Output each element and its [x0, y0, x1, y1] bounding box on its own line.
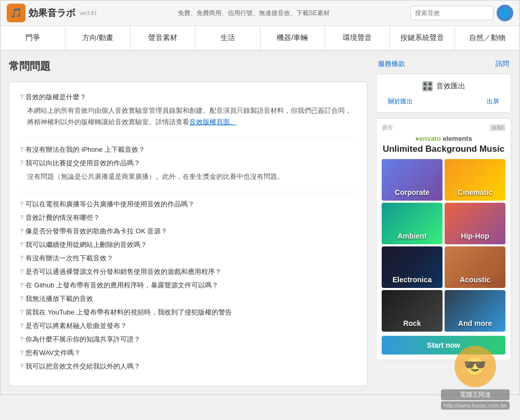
faq-item: 我可以向比賽提交使用音效的作品嗎？沒有問題（無論是公共廣播還是商業廣播）。此外，…	[20, 159, 357, 182]
export-icon: 🎛️	[422, 81, 433, 92]
divider	[20, 192, 357, 192]
ad-badge: ⊗ Ad	[490, 124, 505, 131]
faq-question[interactable]: 我可以繼續使用從網站上刪除的音效嗎？	[20, 240, 357, 250]
inquiry-link[interactable]: 訊問	[496, 59, 509, 69]
search-input[interactable]	[410, 6, 493, 20]
faq-item: 當我在 YouTube 上發布帶有材料的視頻時，我收到了侵犯版權的警告	[20, 308, 357, 317]
music-card-hip-hop[interactable]: Hip-Hop	[445, 203, 505, 244]
envato-title: Unlimited Background Music	[382, 143, 505, 155]
nav-item-5[interactable]: 環境聲音	[325, 26, 390, 50]
music-card-label: And more	[445, 319, 505, 327]
faq-item: 是否可以通過裸聲源文件分發和銷售使用音效的遊戲和應用程序？	[20, 267, 357, 277]
ad-label: 廣告 ⊗ Ad	[382, 124, 505, 132]
faq-item: 您有WAV文件嗎？	[20, 348, 357, 358]
nav-item-7[interactable]: 自然／動物	[455, 26, 519, 50]
faq-question[interactable]: 有沒有辦法一次性下載音效？	[20, 254, 357, 263]
nav-item-2[interactable]: 聲音素材	[131, 26, 196, 50]
music-card-label: Hip-Hop	[445, 232, 505, 240]
faq-question[interactable]: 是否可以將素材融入歌曲並發布？	[20, 321, 357, 331]
faq-question[interactable]: 音效計費的情況有哪些？	[20, 213, 357, 222]
faq-question[interactable]: 在 Github 上發布帶有音效的應用程序時，暴露聲源文件可以嗎？	[20, 281, 357, 290]
faq-question[interactable]: 有沒有辦法在我的 iPhone 上下載音效？	[20, 145, 357, 154]
ad-text: 廣告	[382, 124, 393, 132]
faq-question[interactable]: 您有WAV文件嗎？	[20, 348, 357, 358]
faq-question[interactable]: 可以在電視和廣播等公共廣播中使用使用音效的作品嗎？	[20, 200, 357, 209]
music-card-acoustic[interactable]: Acoustic	[445, 246, 505, 288]
nav-item-4[interactable]: 機器/車輛	[261, 26, 326, 50]
music-card-label: Ambient	[382, 232, 443, 240]
ad-box: 廣告 ⊗ Ad ●envato elements Unlimited Backg…	[376, 118, 511, 360]
music-card-label: Cinematic	[445, 188, 505, 196]
start-now-button[interactable]: Start now	[382, 336, 505, 355]
music-card-corporate[interactable]: Corporate	[382, 159, 443, 201]
header-tagline: 免費、免費商用、信用行號、無連接音效、下載SE素材	[102, 9, 405, 18]
logo-icon: 🎵	[7, 4, 25, 22]
envato-header: ●envato elements Unlimited Background Mu…	[382, 135, 505, 155]
terms-link[interactable]: 服務條款	[378, 59, 405, 69]
faq-question[interactable]: 當我在 YouTube 上發布帶有材料的視頻時，我收到了侵犯版權的警告	[20, 308, 357, 317]
faq-item: 可以在電視和廣播等公共廣播中使用使用音效的作品嗎？	[20, 200, 357, 209]
faq-item: 像是否分發帶有音效的歌曲作為卡拉 OK 音源？	[20, 227, 357, 236]
faq-item: 我無法播放下載的音效	[20, 294, 357, 304]
faq-question[interactable]: 我無法播放下載的音效	[20, 294, 357, 304]
logo-text: 効果音ラボ	[29, 7, 75, 19]
music-card-label: Electronica	[382, 275, 443, 284]
faq-question[interactable]: 音效的版權是什麼？	[20, 93, 357, 102]
faq-item: 是否可以將素材融入歌曲並發布？	[20, 321, 357, 331]
faq-item: 我可以繼續使用從網站上刪除的音效嗎？	[20, 240, 357, 250]
faq-item: 有沒有辦法一次性下載音效？	[20, 254, 357, 263]
faq-item: 音效計費的情況有哪些？	[20, 213, 357, 222]
music-grid: CorporateCinematicAmbientHip-HopElectron…	[382, 159, 505, 332]
search-area: 🌐	[410, 5, 513, 21]
right-sidebar: 服務條款 訊問 🎛️ 音效匯出 關於匯出 出屏 廣告 ⊗ Ad	[376, 59, 511, 386]
export-label: 音效匯出	[436, 82, 465, 91]
faq-answer: 沒有問題（無論是公共廣播還是商業廣播）。此外，在奎生獎金的比賽中也沒有問題。	[20, 171, 357, 182]
faq-question[interactable]: 像是否分發帶有音效的歌曲作為卡拉 OK 音源？	[20, 227, 357, 236]
export-box: 🎛️ 音效匯出 關於匯出 出屏	[376, 74, 511, 113]
faq-item: 有沒有辦法在我的 iPhone 上下載音效？	[20, 145, 357, 154]
faq-item: 音效的版權是什麼？本網站上的所有音效均由個人音效實驗室管理員錄製和創建。配音演員…	[20, 93, 357, 128]
music-card-label: Rock	[382, 319, 443, 327]
faq-answer: 本網站上的所有音效均由個人音效實驗室管理員錄製和創建。配音演員只錄製語音材料，但…	[20, 105, 357, 128]
music-card-rock[interactable]: Rock	[382, 290, 443, 332]
header: 🎵 効果音ラボ ver3.81 免費、免費商用、信用行號、無連接音效、下載SE素…	[1, 1, 519, 26]
export-title: 🎛️ 音效匯出	[383, 81, 504, 92]
nav-item-1[interactable]: 方向/動畫	[66, 26, 131, 50]
music-card-cinematic[interactable]: Cinematic	[445, 159, 505, 201]
faq-question[interactable]: 你為什麼不展示你的知識共享許可證？	[20, 335, 357, 344]
export-about-link[interactable]: 關於匯出	[388, 97, 413, 106]
faq-question[interactable]: 我可以把音效文件交給我以外的人嗎？	[20, 362, 357, 371]
export-sub-links: 關於匯出 出屏	[383, 97, 504, 106]
main-content: 常問問題 音效的版權是什麼？本網站上的所有音效均由個人音效實驗室管理員錄製和創建…	[1, 51, 519, 395]
sidebar-links: 服務條款 訊問	[376, 59, 511, 69]
music-card-and-more[interactable]: And more	[445, 290, 505, 332]
faq-question[interactable]: 是否可以通過裸聲源文件分發和銷售使用音效的遊戲和應用程序？	[20, 267, 357, 277]
divider	[20, 137, 357, 138]
logo-version: ver3.81	[80, 10, 97, 16]
faq-link[interactable]: 音效版權頁面。	[189, 118, 237, 126]
faq-item: 我可以把音效文件交給我以外的人嗎？	[20, 362, 357, 371]
faq-question[interactable]: 我可以向比賽提交使用音效的作品嗎？	[20, 159, 357, 168]
faq-item: 你為什麼不展示你的知識共享許可證？	[20, 335, 357, 344]
logo: 🎵 効果音ラボ ver3.81	[7, 4, 97, 22]
export-out-link[interactable]: 出屏	[487, 97, 499, 106]
nav-item-0[interactable]: 門爭	[1, 26, 66, 50]
music-card-label: Acoustic	[445, 275, 505, 284]
faq-box: 音效的版權是什麼？本網站上的所有音效均由個人音效實驗室管理員錄製和創建。配音演員…	[9, 82, 368, 386]
nav-bar: 門爭方向/動畫聲音素材生活機器/車輛環境聲音按鍵系統聲音自然／動物	[1, 26, 519, 51]
music-card-ambient[interactable]: Ambient	[382, 203, 443, 244]
envato-logo: ●envato elements	[382, 135, 505, 142]
nav-item-6[interactable]: 按鍵系統聲音	[390, 26, 455, 50]
page-title: 常問問題	[9, 59, 368, 73]
nav-item-3[interactable]: 生活	[196, 26, 261, 50]
music-card-electronica[interactable]: Electronica	[382, 246, 443, 288]
globe-icon[interactable]: 🌐	[497, 5, 513, 21]
left-content: 常問問題 音效的版權是什麼？本網站上的所有音效均由個人音效實驗室管理員錄製和創建…	[9, 59, 368, 386]
faq-item: 在 Github 上發布帶有音效的應用程序時，暴露聲源文件可以嗎？	[20, 281, 357, 290]
music-card-label: Corporate	[382, 188, 443, 196]
